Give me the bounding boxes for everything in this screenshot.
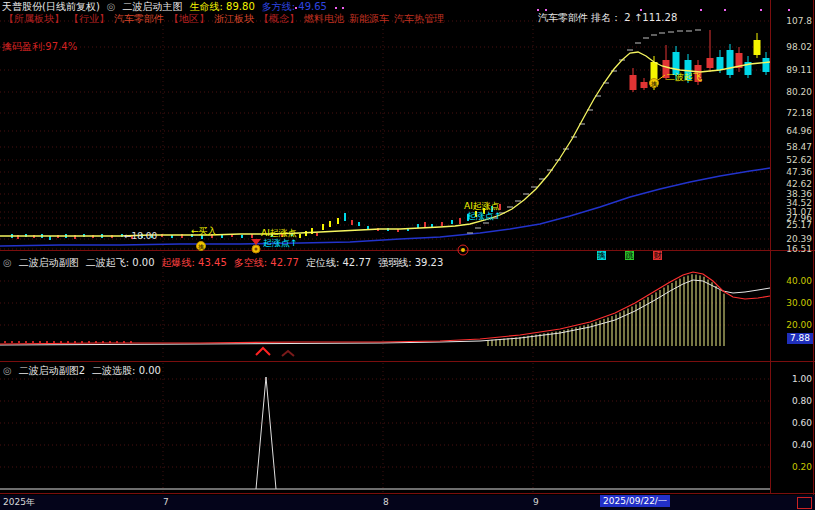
chart-marker-text: 起涨点↑	[467, 211, 502, 221]
indicator-readout: 定位线: 42.77	[306, 257, 371, 268]
sector-tags-row: 【所属板块】【行业】汽车零部件【地区】浙江板块【概念】燃料电池新能源车汽车热管理	[4, 13, 444, 24]
price-axis-label: 47.36	[786, 167, 812, 177]
candle	[358, 222, 360, 226]
candle	[337, 218, 339, 224]
date-axis[interactable]: 2025年7892025/09/22/一	[0, 495, 815, 510]
life-line-readout: 生命线: 89.80	[190, 1, 255, 12]
sub1-red-line	[0, 272, 770, 344]
tick-mark	[46, 341, 48, 343]
sub2-axis-label: 0.80	[792, 396, 812, 406]
candle	[322, 224, 324, 230]
tick-mark	[4, 341, 6, 343]
duofang-line-readout: 多方线: 49.65	[262, 1, 327, 12]
tick-mark	[39, 341, 41, 343]
sub2-header: ◎ 二波启动副图2 二波选股: 0.00	[3, 365, 161, 376]
svg-text:擒: 擒	[198, 243, 204, 251]
title-bar: 天普股份(日线前复权) ◎ 二波启动主图 生命线: 89.80 多方线: 49.…	[2, 1, 327, 12]
tick-mark	[60, 341, 62, 343]
current-date-badge: 2025/09/22/一	[600, 495, 670, 507]
candle	[221, 235, 223, 238]
candle	[329, 221, 331, 227]
signal-badge: 擒	[597, 251, 606, 260]
sector-tag[interactable]: 新能源车	[349, 13, 389, 24]
tick-mark	[11, 341, 13, 343]
signal-badge: 跳	[625, 251, 634, 260]
sub1-header: ◎ 二波启动副图 二波起飞: 0.00起爆线: 43.45多空线: 42.77定…	[3, 257, 443, 268]
stock-title: 天普股份(日线前复权)	[2, 1, 100, 12]
sector-tag[interactable]: 汽车零部件	[114, 13, 164, 24]
indicator-readout: 多空线: 42.77	[234, 257, 299, 268]
sub1-axis-label: 40.00	[786, 276, 812, 286]
alert-caret	[282, 351, 294, 356]
chart-marker-text: 起涨点↑	[263, 238, 298, 248]
candle	[316, 233, 318, 236]
candle	[641, 82, 648, 88]
sub2-axis-label: 0.20	[792, 462, 812, 472]
sub2-icon[interactable]: ◎	[3, 365, 12, 376]
sector-tag[interactable]: 燃料电池	[304, 13, 344, 24]
chart-marker-text: ←18.00	[124, 231, 157, 241]
date-tick-label: 8	[383, 496, 389, 508]
sub2-axis-label: 1.00	[792, 374, 812, 384]
marker-dot	[788, 9, 790, 11]
price-axis-label: 52.62	[786, 155, 812, 165]
svg-text:擒: 擒	[651, 80, 657, 88]
sector-tag[interactable]: 【所属板块】	[4, 13, 64, 24]
sub1-values: 二波起飞: 0.00起爆线: 43.45多空线: 42.77定位线: 42.77…	[86, 257, 444, 268]
chart-marker-text: ←买入	[191, 226, 217, 236]
sub2-axis-label: 0.40	[792, 440, 812, 450]
sub1-title[interactable]: 二波启动副图	[19, 257, 79, 268]
price-axis-label: 64.96	[786, 126, 812, 136]
candle	[451, 220, 453, 224]
price-axis-label: 58.47	[786, 142, 812, 152]
date-tick-label: 7	[163, 496, 169, 508]
price-axis-label: 25.17	[786, 220, 812, 230]
sub1-last-value-badge: 7.88	[787, 333, 813, 344]
alert-caret	[256, 348, 270, 355]
sector-tag[interactable]: 汽车热管理	[394, 13, 444, 24]
sub2-title[interactable]: 二波启动副图2	[19, 365, 85, 376]
indicator-readout: 强弱线: 39.23	[378, 257, 443, 268]
tick-mark	[53, 341, 55, 343]
price-axis-label: 98.02	[786, 42, 812, 52]
sub2-axis-label: 0.60	[792, 418, 812, 428]
signal-badge: 财	[653, 251, 662, 260]
candle	[717, 57, 724, 70]
price-axis-label: 16.51	[786, 244, 812, 254]
sub1-axis-label: 20.00	[786, 320, 812, 330]
date-tick-label: 9	[533, 496, 539, 508]
indicator-readout: 二波选股: 0.00	[92, 365, 161, 376]
sub1-white-line	[0, 280, 770, 345]
sector-tag[interactable]: 【地区】	[169, 13, 209, 24]
tick-mark	[32, 341, 34, 343]
price-axis-label: 80.20	[786, 87, 812, 97]
sub1-icon[interactable]: ◎	[3, 257, 12, 268]
candle	[417, 224, 419, 228]
candle	[630, 75, 637, 90]
candle	[707, 58, 714, 68]
candle	[441, 222, 443, 226]
candle	[763, 58, 770, 72]
date-tick-label: 2025年	[3, 496, 35, 508]
sub1-axis-label: 30.00	[786, 298, 812, 308]
corner-resize-box[interactable]	[797, 497, 812, 509]
tick-mark	[18, 341, 20, 343]
price-axis-label: 89.11	[786, 65, 812, 75]
main-indicator-name[interactable]: 二波启动主图	[123, 1, 183, 12]
price-axis-label: 20.39	[786, 234, 812, 244]
sector-tag[interactable]: 浙江板块	[214, 13, 254, 24]
candle	[305, 231, 307, 236]
candle	[424, 222, 426, 227]
duofang-line	[0, 168, 770, 246]
marker-dot	[335, 7, 337, 9]
marker-dot	[724, 9, 726, 11]
marker-dot	[342, 7, 344, 9]
price-axis-label: 72.18	[786, 108, 812, 118]
candle	[727, 50, 734, 75]
indicator-readout: 二波起飞: 0.00	[86, 257, 155, 268]
sector-tag[interactable]: 【概念】	[259, 13, 299, 24]
candle	[344, 213, 346, 221]
indicator-icon[interactable]: ◎	[107, 1, 116, 12]
sector-tag[interactable]: 【行业】	[69, 13, 109, 24]
tick-mark	[67, 341, 69, 343]
